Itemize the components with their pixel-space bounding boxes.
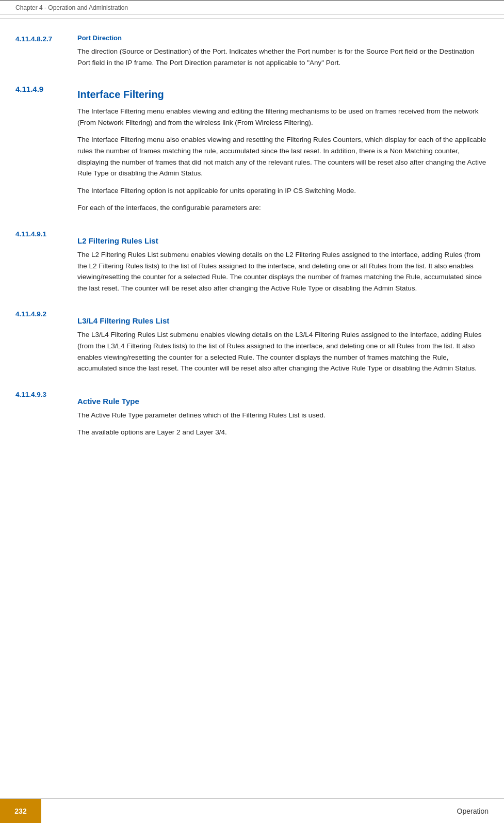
section-body-if-2: The Interface Filtering option is not ap… — [77, 185, 489, 197]
section-4-11-4-9-1: 4.11.4.9.1 L2 Filtering Rules List The L… — [15, 229, 489, 300]
section-text-4-11-4-9-1: L2 Filtering Rules List The L2 Filtering… — [77, 229, 489, 300]
section-4-11-4-8-2-7: 4.11.4.8.2.7 Port Direction The directio… — [15, 34, 489, 74]
section-body-art-1: The available options are Layer 2 and La… — [77, 427, 489, 438]
footer-right-text: Operation — [41, 807, 504, 815]
section-num-4-11-4-9: 4.11.4.9 — [15, 84, 77, 220]
section-num-4-11-4-9-2: 4.11.4.9.2 — [15, 309, 77, 380]
section-num-4-11-4-8-2-7: 4.11.4.8.2.7 — [15, 34, 77, 74]
section-heading-port-direction: Port Direction — [77, 34, 489, 42]
chapter-header-text: Chapter 4 - Operation and Administration — [15, 4, 128, 11]
section-4-11-4-9-2: 4.11.4.9.2 L3/L4 Filtering Rules List Th… — [15, 309, 489, 380]
section-text-4-11-4-9-3: Active Rule Type The Active Rule Type pa… — [77, 390, 489, 444]
section-number-label-active-rule: 4.11.4.9.3 — [15, 391, 46, 398]
section-title-l2-filtering: L2 Filtering Rules List — [77, 236, 158, 245]
footer-page-number: 232 — [0, 799, 41, 824]
section-num-4-11-4-9-3: 4.11.4.9.3 — [15, 390, 77, 444]
footer-bar: 232 Operation — [0, 798, 504, 823]
section-text-4-11-4-9-2: L3/L4 Filtering Rules List The L3/L4 Fil… — [77, 309, 489, 380]
section-title-interface-filtering: Interface Filtering — [77, 89, 164, 100]
section-num-4-11-4-9-1: 4.11.4.9.1 — [15, 229, 77, 300]
section-body-if-1: The Interface Filtering menu also enable… — [77, 134, 489, 179]
section-heading-l2-filtering: L2 Filtering Rules List — [77, 236, 489, 245]
section-title-port-direction: Port Direction — [77, 34, 122, 42]
section-body-art-0: The Active Rule Type parameter defines w… — [77, 410, 489, 421]
section-body-l3l4-0: The L3/L4 Filtering Rules List submenu e… — [77, 329, 489, 374]
section-body-if-0: The Interface Filtering menu enables vie… — [77, 106, 489, 128]
section-number-label-l2: 4.11.4.9.1 — [15, 230, 46, 238]
section-text-4-11-4-9: Interface Filtering The Interface Filter… — [77, 84, 489, 220]
page-container: Chapter 4 - Operation and Administration… — [0, 0, 504, 823]
section-body-if-3: For each of the interfaces, the configur… — [77, 202, 489, 214]
section-number-label-l3l4: 4.11.4.9.2 — [15, 310, 46, 318]
content-area: 4.11.4.8.2.7 Port Direction The directio… — [0, 24, 504, 823]
section-4-11-4-9-3: 4.11.4.9.3 Active Rule Type The Active R… — [15, 390, 489, 444]
section-number-label: 4.11.4.8.2.7 — [15, 35, 52, 43]
section-body-l2-0: The L2 Filtering Rules List submenu enab… — [77, 249, 489, 294]
section-heading-active-rule-type: Active Rule Type — [77, 397, 489, 406]
section-heading-l3l4-filtering: L3/L4 Filtering Rules List — [77, 316, 489, 325]
chapter-header: Chapter 4 - Operation and Administration — [0, 1, 504, 15]
section-4-11-4-9: 4.11.4.9 Interface Filtering The Interfa… — [15, 84, 489, 220]
section-number-label-large: 4.11.4.9 — [15, 85, 43, 93]
section-title-l3l4-filtering: L3/L4 Filtering Rules List — [77, 316, 169, 325]
section-heading-interface-filtering: Interface Filtering — [77, 89, 489, 101]
header-divider — [0, 18, 504, 19]
section-title-active-rule-type: Active Rule Type — [77, 397, 139, 406]
section-body-port-direction-0: The direction (Source or Destination) of… — [77, 46, 489, 68]
section-text-4-11-4-8-2-7: Port Direction The direction (Source or … — [77, 34, 489, 74]
